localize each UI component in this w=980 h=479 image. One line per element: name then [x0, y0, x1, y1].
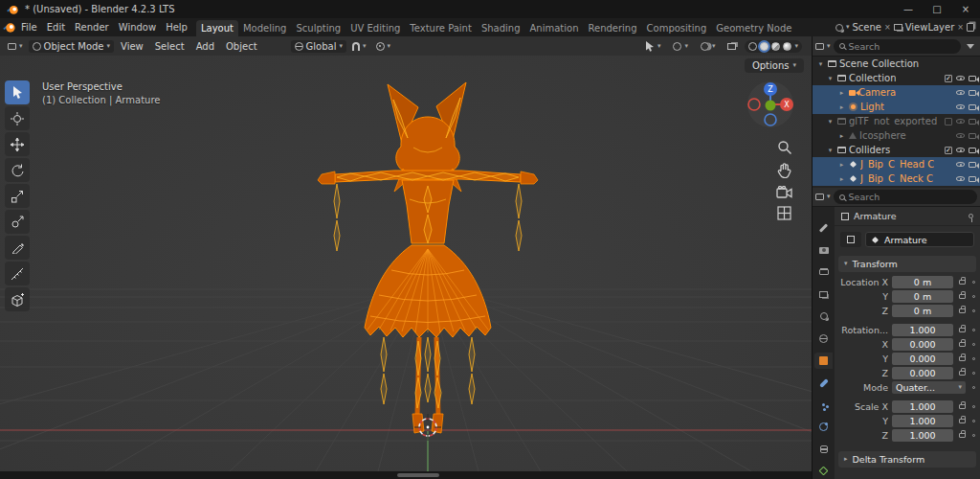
expander-icon[interactable]: ▸: [837, 103, 846, 111]
unlink-scene-icon[interactable]: ×: [884, 23, 891, 32]
ptab-particles[interactable]: [814, 398, 833, 413]
camera-icon[interactable]: [969, 133, 976, 139]
shading-wireframe-button[interactable]: [748, 42, 757, 51]
properties-editor-icon[interactable]: [815, 194, 824, 200]
camera-icon[interactable]: [969, 90, 976, 96]
animate-dot-icon[interactable]: [972, 434, 975, 437]
editor-type-button[interactable]: ▾: [4, 42, 27, 51]
menu-file[interactable]: File: [16, 20, 42, 34]
tab-rendering[interactable]: Rendering: [583, 20, 641, 36]
ptab-object[interactable]: [814, 353, 833, 368]
ptab-data[interactable]: [814, 464, 833, 479]
expander-icon[interactable]: ▾: [826, 75, 835, 82]
overlays-toggle[interactable]: ▾: [697, 41, 720, 52]
checkbox-icon[interactable]: [945, 75, 952, 82]
menu-object[interactable]: Object: [221, 39, 262, 54]
lock-icon[interactable]: [959, 308, 966, 313]
lock-icon[interactable]: [959, 404, 966, 409]
lock-icon[interactable]: [959, 342, 966, 347]
menu-select[interactable]: Select: [150, 39, 189, 54]
expander-icon[interactable]: ▸: [837, 132, 846, 140]
animate-dot-icon[interactable]: [972, 295, 975, 298]
value-field[interactable]: 1.000: [892, 415, 953, 427]
lock-icon[interactable]: [959, 371, 966, 376]
zoom-icon[interactable]: [777, 140, 792, 155]
horizontal-scrollbar[interactable]: [397, 473, 439, 477]
outliner-row-collection[interactable]: ▾ Collection: [813, 71, 980, 85]
close-button[interactable]: ×: [951, 0, 980, 18]
animate-dot-icon[interactable]: [972, 357, 975, 360]
tab-shading[interactable]: Shading: [477, 20, 525, 36]
camera-icon[interactable]: [969, 148, 976, 153]
value-field[interactable]: 1.000: [892, 324, 953, 336]
eye-icon[interactable]: [956, 162, 965, 167]
id-type-button[interactable]: [840, 232, 861, 247]
selectability-dropdown[interactable]: ▾: [641, 40, 665, 53]
eye-icon[interactable]: [956, 119, 965, 124]
ptab-tool[interactable]: [814, 220, 833, 236]
outliner-row-camera[interactable]: ▸ Camera: [813, 85, 980, 100]
tab-uv-editing[interactable]: UV Editing: [345, 20, 405, 36]
mode-dropdown[interactable]: Object Mode ▾: [29, 40, 115, 53]
camera-icon[interactable]: [969, 104, 976, 110]
eye-icon[interactable]: [956, 104, 965, 109]
value-field[interactable]: 1.000: [892, 400, 953, 413]
tool-scale[interactable]: [5, 184, 30, 208]
eye-icon[interactable]: [956, 148, 965, 152]
gizmo-y-axis[interactable]: [766, 101, 776, 111]
breadcrumb-label[interactable]: Armature: [854, 211, 897, 221]
menu-add[interactable]: Add: [191, 39, 219, 54]
expander-icon[interactable]: ▾: [816, 60, 825, 68]
checkbox-icon[interactable]: [945, 147, 952, 154]
object-name-field[interactable]: Armature: [865, 232, 974, 247]
value-field[interactable]: 0.000: [892, 367, 953, 379]
value-field[interactable]: 0.000: [892, 353, 953, 365]
outliner-row-icosphere[interactable]: ▸ Icosphere: [813, 128, 980, 143]
expander-icon[interactable]: ▾: [826, 118, 835, 125]
tool-measure[interactable]: [5, 262, 30, 285]
menu-view[interactable]: View: [116, 39, 148, 54]
expander-icon[interactable]: ▸: [837, 89, 846, 97]
value-field[interactable]: 0.000: [892, 338, 953, 351]
ptab-scene[interactable]: [814, 308, 833, 324]
animate-dot-icon[interactable]: [972, 386, 975, 389]
viewport-3d[interactable]: User Perspective (1) Collection | Armatu…: [0, 56, 812, 471]
menu-window[interactable]: Window: [114, 20, 161, 34]
minimize-button[interactable]: —: [894, 0, 923, 18]
tab-layout[interactable]: Layout: [196, 20, 238, 36]
mode-dropdown-field[interactable]: Quater... ▾: [892, 381, 966, 394]
transform-panel-header[interactable]: ▾ Transform: [838, 256, 976, 272]
maximize-button[interactable]: □: [923, 0, 951, 18]
blender-menu-icon[interactable]: [2, 20, 16, 34]
animate-dot-icon[interactable]: [972, 372, 975, 375]
ptab-output[interactable]: [814, 264, 833, 280]
value-field[interactable]: 0 m: [892, 305, 953, 317]
camera-view-icon[interactable]: [776, 186, 792, 198]
lock-icon[interactable]: [959, 356, 966, 361]
tab-modeling[interactable]: Modeling: [238, 20, 292, 36]
gizmo-z-neg-axis[interactable]: [765, 114, 776, 125]
outliner-row-neck-collider[interactable]: ▸ J_Bip_C_Neck C: [813, 171, 980, 186]
tool-tweak-select[interactable]: [5, 80, 30, 104]
value-field[interactable]: 1.000: [892, 429, 953, 442]
expander-icon[interactable]: ▸: [837, 175, 846, 183]
xray-toggle[interactable]: [724, 42, 740, 51]
tool-transform[interactable]: [5, 210, 30, 234]
outliner-row-gltf-not-exported[interactable]: ▾ glTF_not_exported: [813, 114, 980, 128]
animate-dot-icon[interactable]: [972, 329, 975, 331]
orientation-dropdown[interactable]: Global ▾: [291, 40, 346, 53]
shading-solid-button[interactable]: [760, 42, 768, 51]
ptab-world[interactable]: [814, 331, 833, 346]
animate-dot-icon[interactable]: [972, 405, 975, 408]
tab-animation[interactable]: Animation: [525, 20, 584, 36]
gizmo-x-neg-axis[interactable]: [748, 99, 760, 110]
eye-icon[interactable]: [956, 176, 965, 181]
shading-material-button[interactable]: [771, 42, 780, 51]
tab-geometry-nodes[interactable]: Geometry Node: [711, 20, 796, 36]
outliner-editor-icon[interactable]: [815, 43, 824, 50]
new-viewlayer-icon[interactable]: [967, 23, 974, 32]
remove-viewlayer-icon[interactable]: ×: [957, 23, 964, 32]
tool-add-cube[interactable]: [5, 287, 30, 311]
options-button[interactable]: Options ▾: [745, 58, 804, 73]
eye-icon[interactable]: [956, 90, 965, 95]
